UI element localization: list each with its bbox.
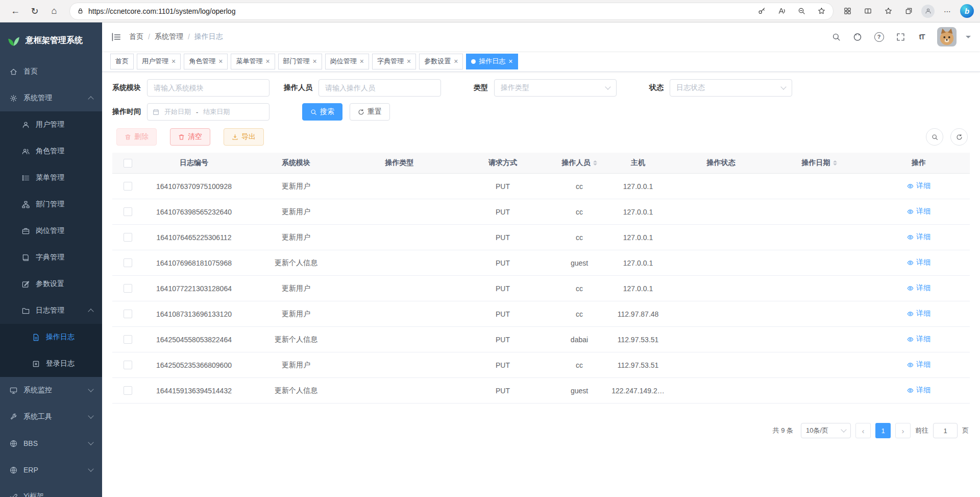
close-icon[interactable]: ×: [265, 58, 270, 65]
sidebar-item-home[interactable]: 首页: [0, 58, 102, 85]
github-icon[interactable]: [851, 31, 864, 43]
back-icon[interactable]: ←: [6, 3, 24, 19]
collections-icon[interactable]: [901, 5, 916, 18]
row-checkbox[interactable]: [124, 182, 132, 191]
tab-roles[interactable]: 角色管理×: [184, 54, 228, 69]
row-checkbox[interactable]: [124, 233, 132, 242]
type-select[interactable]: 操作类型: [494, 79, 617, 97]
reset-button[interactable]: 重置: [350, 103, 390, 121]
favorites-bar-icon[interactable]: [880, 5, 896, 18]
split-screen-icon[interactable]: [860, 5, 875, 18]
user-avatar[interactable]: [937, 27, 957, 46]
clear-button[interactable]: 清空: [170, 128, 210, 146]
fullscreen-icon[interactable]: [894, 31, 906, 43]
tab-posts[interactable]: 岗位管理×: [325, 54, 369, 69]
zoom-out-icon[interactable]: [794, 5, 809, 18]
close-icon[interactable]: ×: [454, 58, 458, 65]
delete-button[interactable]: 删除: [116, 128, 157, 146]
row-checkbox[interactable]: [124, 207, 132, 216]
sidebar-item-tools[interactable]: 系统工具: [0, 404, 102, 430]
tab-users[interactable]: 用户管理×: [137, 54, 181, 69]
help-icon[interactable]: ?: [873, 31, 885, 43]
operator-input[interactable]: [318, 79, 441, 97]
table-row[interactable]: 1642504558053822464更新个人信息PUTdabai112.97.…: [112, 327, 970, 352]
sidebar-item-log-management[interactable]: 日志管理: [0, 297, 102, 324]
detail-link[interactable]: 详细: [907, 360, 930, 369]
status-select[interactable]: 日志状态: [670, 79, 792, 97]
tab-dictionary[interactable]: 字典管理×: [372, 54, 416, 69]
date-range-picker[interactable]: 开始日期 - 结束日期: [147, 103, 270, 121]
bing-icon[interactable]: b: [960, 4, 974, 18]
close-icon[interactable]: ×: [313, 58, 317, 65]
sidebar-item-login-log[interactable]: 登录日志: [0, 350, 102, 377]
close-icon[interactable]: ×: [218, 58, 223, 65]
extensions-icon[interactable]: [840, 5, 855, 18]
font-size-icon[interactable]: tT: [916, 31, 928, 43]
sidebar-item-posts[interactable]: 岗位管理: [0, 218, 102, 244]
col-date[interactable]: 操作日期: [771, 153, 868, 174]
detail-link[interactable]: 详细: [907, 283, 930, 293]
detail-link[interactable]: 详细: [907, 386, 930, 395]
detail-link[interactable]: 详细: [907, 309, 930, 318]
search-icon[interactable]: [830, 31, 842, 43]
row-checkbox[interactable]: [124, 310, 132, 318]
close-icon[interactable]: ×: [172, 58, 176, 65]
sidebar-item-menus[interactable]: 菜单管理: [0, 164, 102, 191]
sidebar-item-monitor[interactable]: 系统监控: [0, 377, 102, 404]
detail-link[interactable]: 详细: [907, 258, 930, 267]
breadcrumb-system[interactable]: 系统管理: [155, 32, 183, 41]
table-row[interactable]: 1641076968181075968更新个人信息PUTguest127.0.0…: [112, 250, 970, 276]
browser-profile-icon[interactable]: [921, 5, 935, 18]
sidebar-item-users[interactable]: 用户管理: [0, 111, 102, 138]
sidebar-item-bbs[interactable]: BBS: [0, 430, 102, 457]
row-checkbox[interactable]: [124, 284, 132, 293]
search-button[interactable]: 搜索: [302, 103, 342, 121]
sidebar-item-system[interactable]: 系统管理: [0, 85, 102, 111]
browser-home-icon[interactable]: ⌂: [45, 3, 63, 19]
next-page-button[interactable]: ›: [895, 423, 911, 438]
detail-link[interactable]: 详细: [907, 181, 930, 191]
fold-sidebar-icon[interactable]: [111, 32, 121, 42]
tab-departments[interactable]: 部门管理×: [278, 54, 322, 69]
table-refresh-button[interactable]: [950, 128, 968, 146]
table-row[interactable]: 1641077221303128064更新用户PUTcc127.0.0.1详细: [112, 276, 970, 301]
detail-link[interactable]: 详细: [907, 232, 930, 242]
prev-page-button[interactable]: ‹: [855, 423, 871, 438]
sidebar-item-departments[interactable]: 部门管理: [0, 191, 102, 218]
goto-page-input[interactable]: [933, 423, 958, 438]
close-icon[interactable]: ×: [360, 58, 364, 65]
sidebar-item-erp[interactable]: ERP: [0, 457, 102, 483]
page-number[interactable]: 1: [875, 423, 891, 438]
detail-link[interactable]: 详细: [907, 207, 930, 216]
select-all-checkbox[interactable]: [124, 159, 132, 168]
close-icon[interactable]: ×: [508, 58, 512, 65]
more-icon[interactable]: ⋯: [940, 5, 955, 18]
logo[interactable]: 意框架管理系统: [0, 22, 102, 58]
sidebar-item-operation-log[interactable]: 操作日志: [0, 324, 102, 350]
table-row[interactable]: 1644159136394514432更新个人信息PUTguest122.247…: [112, 378, 970, 404]
col-operator[interactable]: 操作人员: [554, 153, 605, 174]
password-key-icon[interactable]: [754, 5, 769, 18]
caret-down-icon[interactable]: [966, 36, 971, 41]
row-checkbox[interactable]: [124, 386, 132, 395]
table-row[interactable]: 1641076370975100928更新用户PUTcc127.0.0.1详细: [112, 174, 970, 199]
read-aloud-icon[interactable]: [774, 5, 789, 18]
table-row[interactable]: 1641076398565232640更新用户PUTcc127.0.0.1详细: [112, 199, 970, 225]
tab-operation-log[interactable]: 操作日志×: [466, 54, 518, 69]
export-button[interactable]: 导出: [224, 128, 264, 146]
table-row[interactable]: 1641076465225306112更新用户PUTcc127.0.0.1详细: [112, 225, 970, 250]
tab-parameters[interactable]: 参数设置×: [419, 54, 463, 69]
table-row[interactable]: 1641087313696133120更新用户PUTcc112.97.87.48…: [112, 301, 970, 327]
favorite-add-icon[interactable]: [814, 5, 829, 18]
refresh-icon[interactable]: ↻: [26, 3, 44, 19]
sidebar-item-yi-framework[interactable]: Yi框架: [0, 483, 102, 497]
address-bar[interactable]: https://ccnetcore.com:1101/system/log/op…: [69, 3, 834, 20]
close-icon[interactable]: ×: [407, 58, 411, 65]
row-checkbox[interactable]: [124, 335, 132, 344]
sidebar-item-dictionary[interactable]: 字典管理: [0, 244, 102, 271]
row-checkbox[interactable]: [124, 361, 132, 369]
detail-link[interactable]: 详细: [907, 335, 930, 344]
module-input[interactable]: [147, 79, 270, 97]
tab-menus[interactable]: 菜单管理×: [231, 54, 275, 69]
row-checkbox[interactable]: [124, 258, 132, 267]
